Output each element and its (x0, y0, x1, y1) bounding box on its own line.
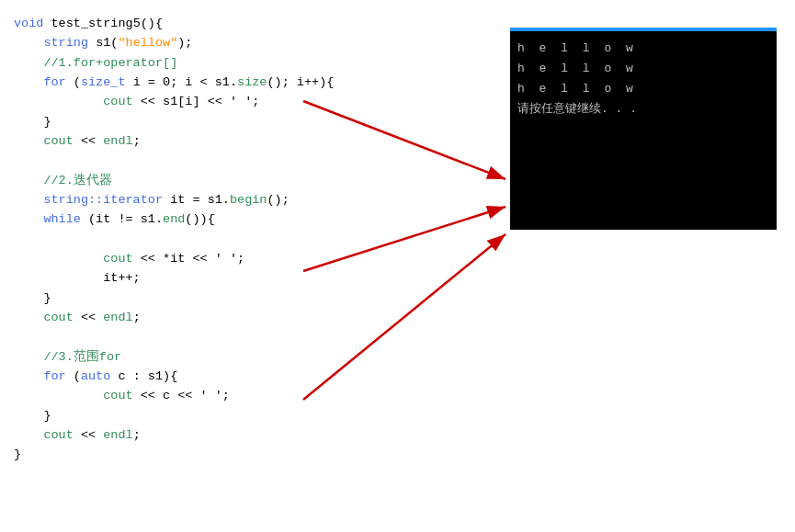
code-token: ); (177, 36, 192, 50)
code-token: endl (103, 134, 132, 148)
code-token: ; (133, 134, 141, 148)
code-line-l1: void test_string5(){ (14, 14, 483, 33)
code-line-l22: cout << endl; (14, 425, 483, 445)
code-token: cout (103, 389, 132, 402)
code-token: cout (103, 95, 132, 108)
terminal-content: h e l l o wh e l l o wh e l l o w请按任意键继续… (510, 31, 777, 127)
code-token (14, 56, 43, 70)
code-line-l21: } (14, 406, 483, 425)
code-token (14, 350, 43, 364)
code-token: auto (81, 369, 110, 383)
code-line-l16: cout << endl; (14, 308, 483, 327)
code-line-l10: string::iterator it = s1.begin(); (14, 190, 483, 209)
code-token: << c << ' '; (133, 389, 230, 402)
terminal-line-3: 请按任意键继续. . . (517, 99, 769, 119)
code-token: } (14, 115, 51, 129)
code-token: cout (43, 428, 73, 442)
code-token: c : s1){ (110, 369, 177, 383)
code-line-l13: cout << *it << ' '; (14, 249, 483, 268)
code-token: ( (66, 75, 81, 89)
code-token: //2.迭代器 (43, 174, 111, 187)
code-token: (){ (141, 17, 163, 30)
code-token (14, 95, 103, 108)
code-token (14, 174, 43, 187)
code-token (14, 193, 43, 207)
code-line-l17 (14, 327, 483, 346)
code-line-l11: while (it != s1.end()){ (14, 209, 483, 229)
code-token: test_string5 (51, 17, 141, 30)
code-token: size (237, 75, 267, 89)
code-token: ; (133, 311, 141, 324)
code-token (14, 369, 43, 383)
code-token: for (43, 75, 65, 89)
code-line-l3: //1.for+operator[] (14, 53, 483, 73)
terminal-line-1: h e l l o w (517, 59, 769, 79)
code-token: string::iterator (43, 193, 163, 207)
code-token: << s1[i] << ' '; (133, 95, 260, 108)
code-line-l4: for (size_t i = 0; i < s1.size(); i++){ (14, 73, 483, 92)
code-token: } (14, 409, 51, 423)
code-token: << (74, 311, 103, 324)
code-token: "hellow" (118, 36, 177, 50)
code-token: ( (66, 369, 81, 383)
code-token: size_t (81, 75, 126, 89)
code-token: (); (267, 193, 289, 207)
code-token: (it != s1. (81, 212, 163, 226)
code-line-l14: it++; (14, 268, 483, 288)
code-token: //3.范围for (43, 350, 121, 364)
code-token: //1.for+operator[] (43, 56, 177, 70)
code-token: endl (103, 428, 132, 442)
code-line-l2: string s1("hellow"); (14, 33, 483, 52)
code-token (14, 212, 43, 226)
code-token: << (74, 428, 103, 442)
code-line-l5: cout << s1[i] << ' '; (14, 92, 483, 111)
code-line-l6: } (14, 112, 483, 131)
code-token: endl (103, 311, 132, 324)
code-token: ()){ (185, 212, 214, 226)
main-container: void test_string5(){ string s1("hellow")… (0, 0, 795, 532)
code-token: << *it << ' '; (133, 252, 245, 266)
code-token (14, 252, 103, 266)
code-line-l9: //2.迭代器 (14, 171, 483, 190)
code-section: void test_string5(){ string s1("hellow")… (9, 9, 487, 523)
code-token (14, 75, 43, 89)
code-token: << (74, 134, 103, 148)
code-line-l20: cout << c << ' '; (14, 386, 483, 405)
code-token: cout (43, 134, 73, 148)
code-token (14, 311, 43, 324)
code-line-l12 (14, 230, 483, 249)
code-token: for (43, 369, 65, 383)
code-token: it++; (14, 271, 141, 285)
code-token: void (14, 17, 51, 30)
code-token: } (14, 291, 51, 305)
terminal-window: h e l l o wh e l l o wh e l l o w请按任意键继续… (510, 28, 777, 230)
code-line-l8 (14, 151, 483, 170)
code-token: cout (43, 311, 73, 324)
code-token: while (43, 212, 81, 226)
code-token: string (43, 36, 96, 50)
code-token: i = 0; i < s1. (126, 75, 238, 89)
code-line-l15: } (14, 289, 483, 308)
code-token (14, 134, 43, 148)
code-line-l7: cout << endl; (14, 131, 483, 151)
terminal-line-2: h e l l o w (517, 79, 769, 99)
code-token: s1( (96, 36, 118, 50)
code-token (14, 389, 103, 402)
code-token: } (14, 447, 21, 461)
code-token: cout (103, 252, 132, 266)
code-token (14, 36, 43, 50)
code-line-l18: //3.范围for (14, 347, 483, 367)
code-line-l23: } (14, 445, 483, 464)
code-token: it = s1. (163, 193, 230, 207)
code-token: begin (230, 193, 267, 207)
code-line-l19: for (auto c : s1){ (14, 367, 483, 386)
code-token: ; (133, 428, 141, 442)
code-token (14, 428, 43, 442)
terminal-line-0: h e l l o w (517, 39, 769, 59)
code-token: end (163, 212, 185, 226)
code-token: (); i++){ (267, 75, 334, 89)
